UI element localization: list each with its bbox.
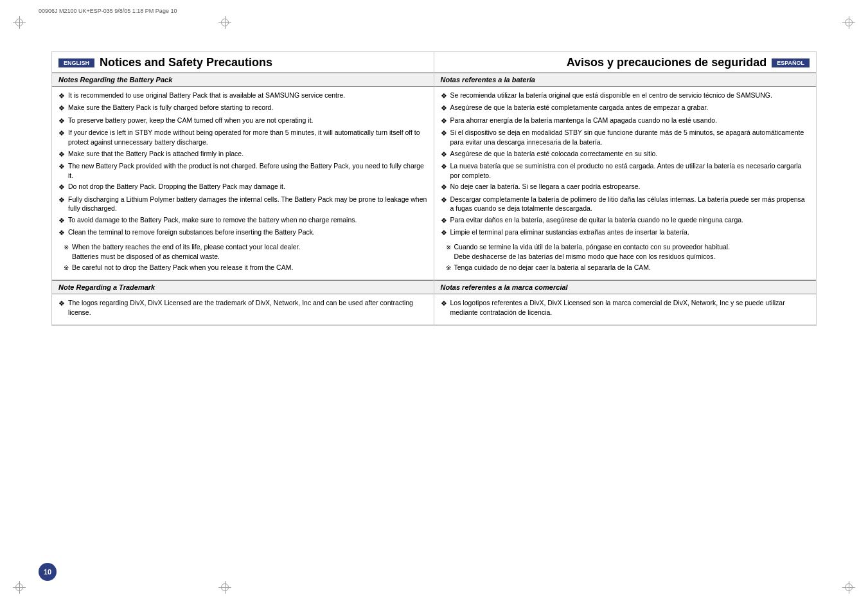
bullet-text: Se recomienda utilizar la batería origin… bbox=[450, 91, 810, 100]
bullet-text: Los logotipos referentes a DivX, DivX Li… bbox=[450, 298, 810, 317]
english-trademark-bullets: ❖ The logos regarding DivX, DivX License… bbox=[58, 298, 427, 317]
page: 00906J M2100 UK+ESP-035 9/8/05 1:18 PM P… bbox=[0, 0, 868, 613]
note-item: ※ Cuando se termine la vida útil de la b… bbox=[441, 242, 810, 261]
english-column: ENGLISH Notices and Safety Precautions N… bbox=[52, 52, 434, 325]
english-badge: ENGLISH bbox=[58, 58, 94, 67]
bullet-icon: ❖ bbox=[58, 116, 65, 126]
bullet-text: To avoid damage to the Battery Pack, mak… bbox=[68, 215, 427, 225]
note-icon: ※ bbox=[446, 243, 451, 252]
bullet-text: Fully discharging a Lithium Polymer batt… bbox=[68, 195, 427, 213]
bullet-icon: ❖ bbox=[441, 162, 447, 172]
spanish-trademark-content: ❖ Los logotipos referentes a DivX, DivX … bbox=[434, 294, 817, 324]
bullet-text: La nueva batería que se suministra con e… bbox=[450, 161, 810, 180]
bullet-icon: ❖ bbox=[441, 228, 447, 238]
list-item: ❖ Para evitar daños en la batería, asegú… bbox=[441, 215, 810, 226]
list-item: ❖ Si el dispositivo se deja en modalidad… bbox=[441, 128, 810, 147]
bullet-icon: ❖ bbox=[58, 299, 65, 308]
note-text: Cuando se termine la vida útil de la bat… bbox=[454, 242, 810, 261]
note-icon: ※ bbox=[64, 263, 69, 272]
bullet-text: It is recommended to use original Batter… bbox=[68, 91, 427, 100]
spanish-trademark-bullets: ❖ Los logotipos referentes a DivX, DivX … bbox=[441, 298, 810, 317]
bullet-text: To preserve battery power, keep the CAM … bbox=[68, 116, 427, 125]
list-item: ❖ Make sure that the Battery Pack is att… bbox=[58, 149, 427, 159]
bullet-icon: ❖ bbox=[58, 150, 65, 159]
list-item: ❖ Make sure the Battery Pack is fully ch… bbox=[58, 103, 427, 113]
bullet-icon: ❖ bbox=[58, 216, 65, 226]
bullet-text: The new Battery Pack provided with the p… bbox=[68, 161, 427, 180]
bullet-text: Make sure the Battery Pack is fully char… bbox=[68, 103, 427, 112]
bullet-icon: ❖ bbox=[58, 182, 65, 192]
bullet-text: Asegúrese de que la batería esté colocad… bbox=[450, 149, 810, 159]
spanish-battery-content: ❖ Se recomienda utilizar la batería orig… bbox=[434, 87, 817, 280]
note-item: ※ When the battery reaches the end of it… bbox=[58, 242, 427, 261]
bullet-text: Para ahorrar energía de la batería mante… bbox=[450, 116, 810, 125]
list-item: ❖ La nueva batería que se suministra con… bbox=[441, 161, 810, 180]
bullet-text: Do not drop the Battery Pack. Dropping t… bbox=[68, 182, 427, 191]
bullet-text: Para evitar daños en la batería, asegúre… bbox=[450, 215, 810, 225]
spanish-column: Avisos y precauciones de seguridad ESPAÑ… bbox=[434, 52, 817, 325]
note-icon: ※ bbox=[64, 243, 69, 252]
bullet-text: Asegúrese de que la batería esté complet… bbox=[450, 103, 810, 112]
spanish-battery-header: Notas referentes a la batería bbox=[434, 73, 817, 87]
spanish-battery-bullets: ❖ Se recomienda utilizar la batería orig… bbox=[441, 91, 810, 238]
english-header: ENGLISH Notices and Safety Precautions bbox=[52, 52, 434, 73]
bullet-text: No deje caer la batería. Si se llegara a… bbox=[450, 182, 810, 191]
list-item: ❖ To preserve battery power, keep the CA… bbox=[58, 116, 427, 126]
list-item: ❖ The logos regarding DivX, DivX License… bbox=[58, 298, 427, 317]
bullet-text: Clean the terminal to remove foreign sub… bbox=[68, 227, 427, 237]
bullet-icon: ❖ bbox=[441, 150, 447, 159]
note-text: Be careful not to drop the Battery Pack … bbox=[72, 263, 427, 272]
spanish-header: Avisos y precauciones de seguridad ESPAÑ… bbox=[434, 52, 817, 73]
bullet-icon: ❖ bbox=[441, 91, 447, 101]
list-item: ❖ To avoid damage to the Battery Pack, m… bbox=[58, 215, 427, 226]
english-battery-content: ❖ It is recommended to use original Batt… bbox=[52, 87, 434, 280]
spanish-title: Avisos y precauciones de seguridad bbox=[567, 56, 766, 69]
list-item: ❖ Limpie el terminal para eliminar susta… bbox=[441, 227, 810, 238]
list-item: ❖ Clean the terminal to remove foreign s… bbox=[58, 227, 427, 238]
bullet-icon: ❖ bbox=[441, 182, 447, 192]
bullet-icon: ❖ bbox=[58, 129, 65, 138]
bullet-icon: ❖ bbox=[441, 216, 447, 226]
list-item: ❖ Do not drop the Battery Pack. Dropping… bbox=[58, 182, 427, 192]
list-item: ❖ It is recommended to use original Batt… bbox=[58, 91, 427, 101]
list-item: ❖ If your device is left in STBY mode wi… bbox=[58, 128, 427, 147]
note-item: ※ Tenga cuidado de no dejar caer la bate… bbox=[441, 263, 810, 272]
bullet-text: Descargar completamente la batería de po… bbox=[450, 195, 810, 213]
spanish-badge: ESPAÑOL bbox=[772, 58, 810, 67]
list-item: ❖ Se recomienda utilizar la batería orig… bbox=[441, 91, 810, 101]
bullet-icon: ❖ bbox=[58, 162, 65, 172]
note-icon: ※ bbox=[446, 263, 451, 272]
bullet-icon: ❖ bbox=[441, 299, 447, 308]
english-battery-bullets: ❖ It is recommended to use original Batt… bbox=[58, 91, 427, 238]
bullet-text: The logos regarding DivX, DivX Licensed … bbox=[68, 298, 427, 317]
bullet-text: Limpie el terminal para eliminar sustanc… bbox=[450, 227, 810, 237]
list-item: ❖ Fully discharging a Lithium Polymer ba… bbox=[58, 195, 427, 213]
list-item: ❖ Para ahorrar energía de la batería man… bbox=[441, 116, 810, 126]
bullet-icon: ❖ bbox=[441, 116, 447, 126]
note-text: Tenga cuidado de no dejar caer la baterí… bbox=[454, 263, 810, 272]
main-content: ENGLISH Notices and Safety Precautions N… bbox=[51, 51, 817, 326]
bullet-icon: ❖ bbox=[58, 228, 65, 238]
list-item: ❖ Asegúrese de que la batería esté compl… bbox=[441, 103, 810, 113]
english-title: Notices and Safety Precautions bbox=[100, 56, 272, 69]
bullet-icon: ❖ bbox=[58, 103, 65, 113]
note-text: When the battery reaches the end of its … bbox=[72, 242, 427, 261]
english-trademark-content: ❖ The logos regarding DivX, DivX License… bbox=[52, 294, 434, 324]
columns: ENGLISH Notices and Safety Precautions N… bbox=[52, 52, 816, 325]
page-number: 10 bbox=[39, 563, 57, 581]
list-item: ❖ No deje caer la batería. Si se llegara… bbox=[441, 182, 810, 192]
bullet-text: Si el dispositivo se deja en modalidad S… bbox=[450, 128, 810, 147]
english-battery-header: Notes Regarding the Battery Pack bbox=[52, 73, 434, 87]
spanish-trademark-header: Notas referentes a la marca comercial bbox=[434, 280, 817, 294]
note-item: ※ Be careful not to drop the Battery Pac… bbox=[58, 263, 427, 272]
bullet-icon: ❖ bbox=[441, 195, 447, 205]
bullet-icon: ❖ bbox=[441, 129, 447, 138]
list-item: ❖ The new Battery Pack provided with the… bbox=[58, 161, 427, 180]
page-header-text: 00906J M2100 UK+ESP-035 9/8/05 1:18 PM P… bbox=[39, 8, 177, 14]
bullet-icon: ❖ bbox=[58, 91, 65, 101]
bullet-icon: ❖ bbox=[58, 195, 65, 205]
list-item: ❖ Descargar completamente la batería de … bbox=[441, 195, 810, 213]
bullet-icon: ❖ bbox=[441, 103, 447, 113]
list-item: ❖ Asegúrese de que la batería esté coloc… bbox=[441, 149, 810, 159]
list-item: ❖ Los logotipos referentes a DivX, DivX … bbox=[441, 298, 810, 317]
